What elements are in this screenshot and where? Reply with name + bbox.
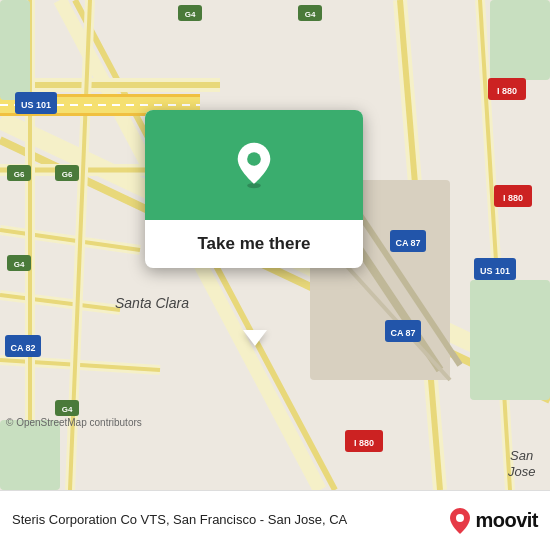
svg-text:CA 82: CA 82 xyxy=(10,343,35,353)
svg-rect-31 xyxy=(0,420,60,490)
svg-text:I 880: I 880 xyxy=(354,438,374,448)
popup-header xyxy=(145,110,363,220)
svg-text:I 880: I 880 xyxy=(497,86,517,96)
svg-text:I 880: I 880 xyxy=(503,193,523,203)
svg-text:G4: G4 xyxy=(305,10,316,19)
svg-text:CA 87: CA 87 xyxy=(395,238,420,248)
svg-text:San: San xyxy=(510,448,533,463)
map-container: US 101 I 880 I 880 I 880 G4 G4 G6 G6 G4 … xyxy=(0,0,550,490)
svg-text:G6: G6 xyxy=(14,170,25,179)
svg-point-66 xyxy=(247,152,261,166)
svg-text:G4: G4 xyxy=(62,405,73,414)
svg-rect-32 xyxy=(490,0,550,80)
bottom-bar: Steris Corporation Co VTS, San Francisco… xyxy=(0,490,550,550)
popup-card: Take me there xyxy=(145,110,363,268)
svg-text:Jose: Jose xyxy=(507,464,535,479)
svg-text:CA 87: CA 87 xyxy=(390,328,415,338)
moovit-logo: moovit xyxy=(449,507,538,535)
popup-arrow xyxy=(243,330,267,346)
moovit-pin-icon xyxy=(449,507,471,535)
svg-point-67 xyxy=(456,514,464,522)
take-me-there-button[interactable]: Take me there xyxy=(197,234,310,254)
location-pin-icon xyxy=(230,141,278,189)
svg-rect-33 xyxy=(0,0,30,100)
svg-text:G4: G4 xyxy=(185,10,196,19)
svg-text:G6: G6 xyxy=(62,170,73,179)
svg-text:US 101: US 101 xyxy=(480,266,510,276)
location-info-text: Steris Corporation Co VTS, San Francisco… xyxy=(12,512,441,529)
svg-text:US 101: US 101 xyxy=(21,100,51,110)
svg-rect-30 xyxy=(470,280,550,400)
svg-text:Santa Clara: Santa Clara xyxy=(115,295,189,311)
popup-body: Take me there xyxy=(177,220,330,268)
svg-text:G4: G4 xyxy=(14,260,25,269)
copyright-text: © OpenStreetMap contributors xyxy=(6,417,142,428)
moovit-brand-text: moovit xyxy=(475,509,538,532)
